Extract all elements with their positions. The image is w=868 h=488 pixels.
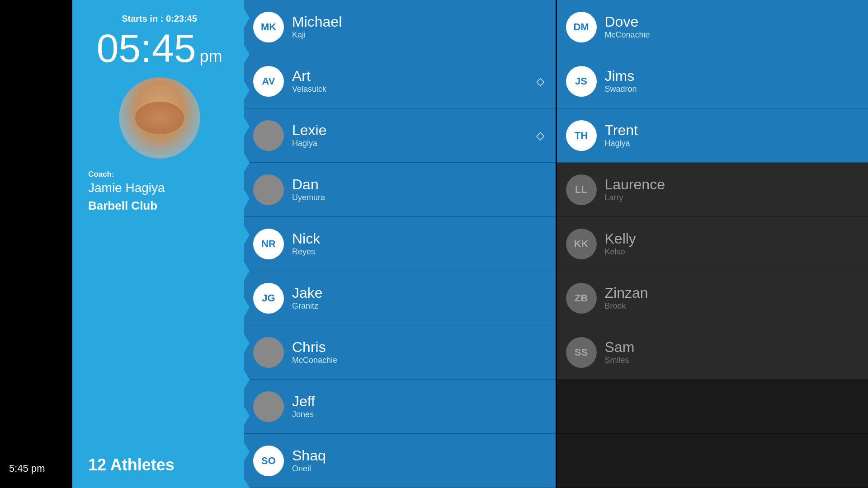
athlete-row[interactable]: Jeff Jones	[244, 380, 556, 434]
athlete-first-name: Dan	[292, 177, 325, 192]
athlete-info: Michael Kaji	[292, 14, 342, 39]
athlete-last-name: Kelso	[605, 247, 636, 257]
athlete-last-name: Smiles	[605, 356, 635, 365]
athlete-info: Nick Reyes	[292, 231, 320, 256]
athlete-first-name: Trent	[605, 122, 638, 138]
athlete-info: Zinzan Brook	[605, 285, 648, 310]
athlete-last-name: Hagiya	[605, 139, 638, 148]
starts-in-label: Starts in : 0:23:45	[88, 14, 231, 24]
athlete-info: Jake Granitz	[292, 285, 323, 310]
avatar: AV	[253, 66, 284, 97]
athlete-info: Dove McConachie	[605, 14, 650, 39]
coach-photo-image	[119, 77, 200, 159]
athlete-last-name: Velasuick	[292, 84, 326, 94]
athlete-first-name: Jeff	[292, 394, 315, 409]
athlete-row[interactable]: TH Trent Hagiya	[557, 108, 868, 163]
left-black-strip: 5:45 pm	[0, 0, 72, 488]
avatar: DM	[566, 12, 597, 42]
athlete-last-name: Uyemura	[292, 193, 325, 202]
athlete-row[interactable]: Dan Uyemura	[244, 163, 556, 217]
athlete-row-empty	[557, 434, 868, 488]
athlete-last-name: Jones	[292, 410, 315, 419]
bottom-time: 5:45 pm	[9, 463, 45, 474]
avatar: KK	[566, 229, 597, 259]
coach-photo	[119, 77, 200, 159]
athlete-last-name: Brook	[605, 301, 648, 311]
athlete-row[interactable]: SO Shaq Oneil	[244, 434, 556, 488]
diamond-icon: ◇	[536, 129, 544, 142]
athlete-info: Trent Hagiya	[605, 122, 638, 148]
avatar: NR	[253, 229, 284, 259]
athlete-row[interactable]: KK Kelly Kelso	[557, 217, 868, 271]
athletes-right-column: DM Dove McConachie JS Jims Swadron TH Tr…	[557, 0, 868, 488]
athlete-info: Art Velasuick	[292, 68, 326, 94]
avatar: JS	[566, 66, 597, 97]
athlete-row[interactable]: Lexie Hagiya ◇	[244, 108, 556, 163]
athlete-info: Lexie Hagiya	[292, 122, 327, 148]
athletes-left-column: MK Michael Kaji AV Art Velasuick ◇ Lexie…	[244, 0, 556, 488]
athlete-info: Laurence Larry	[605, 177, 665, 202]
athlete-last-name: McConachie	[292, 356, 337, 365]
avatar	[253, 337, 284, 368]
athlete-row[interactable]: LL Laurence Larry	[557, 163, 868, 217]
athlete-info: Jeff Jones	[292, 394, 315, 419]
athlete-last-name: Granitz	[292, 301, 323, 311]
athlete-last-name: Reyes	[292, 247, 320, 257]
coach-name: Jamie Hagiya	[88, 181, 231, 195]
athlete-row-empty	[557, 380, 868, 434]
avatar: SS	[566, 337, 597, 368]
avatar	[253, 174, 284, 205]
athlete-first-name: Zinzan	[605, 285, 648, 301]
main-content: MK Michael Kaji AV Art Velasuick ◇ Lexie…	[244, 0, 868, 488]
avatar: TH	[566, 120, 597, 151]
athlete-row[interactable]: DM Dove McConachie	[557, 0, 868, 54]
athlete-row[interactable]: NR Nick Reyes	[244, 217, 556, 271]
athlete-first-name: Laurence	[605, 177, 665, 192]
sidebar: Starts in : 0:23:45 05:45 pm Coach: Jami…	[72, 0, 244, 488]
athlete-info: Kelly Kelso	[605, 231, 636, 256]
current-time: 05:45 pm	[88, 28, 231, 68]
athlete-row[interactable]: ZB Zinzan Brook	[557, 271, 868, 325]
athlete-first-name: Chris	[292, 339, 337, 355]
athlete-first-name: Jims	[605, 68, 637, 84]
athlete-first-name: Art	[292, 68, 326, 84]
athlete-row[interactable]: AV Art Velasuick ◇	[244, 54, 556, 108]
athlete-first-name: Sam	[605, 339, 635, 355]
athlete-info: Jims Swadron	[605, 68, 637, 94]
time-digits: 05:45	[96, 28, 196, 68]
athlete-info: Sam Smiles	[605, 339, 635, 365]
athlete-first-name: Nick	[292, 231, 320, 247]
athlete-last-name: McConachie	[605, 30, 650, 40]
avatar: LL	[566, 174, 597, 205]
athlete-first-name: Jake	[292, 285, 323, 301]
time-ampm: pm	[200, 48, 222, 65]
athlete-row[interactable]: JS Jims Swadron	[557, 54, 868, 108]
athlete-row[interactable]: MK Michael Kaji	[244, 0, 556, 54]
athlete-info: Dan Uyemura	[292, 177, 325, 202]
athlete-first-name: Dove	[605, 14, 650, 30]
diamond-icon: ◇	[536, 75, 544, 88]
avatar	[253, 391, 284, 422]
avatar: SO	[253, 446, 284, 476]
avatar: ZB	[566, 283, 597, 314]
athlete-info: Shaq Oneil	[292, 448, 326, 473]
gym-name: Barbell Club	[88, 199, 231, 213]
avatar: JG	[253, 283, 284, 314]
coach-label: Coach:	[88, 170, 231, 179]
athlete-info: Chris McConachie	[292, 339, 337, 365]
athlete-last-name: Oneil	[292, 464, 326, 474]
athlete-last-name: Swadron	[605, 84, 637, 94]
athlete-first-name: Michael	[292, 14, 342, 30]
avatar: MK	[253, 12, 284, 42]
athlete-first-name: Lexie	[292, 122, 327, 138]
athlete-first-name: Shaq	[292, 448, 326, 464]
athlete-row[interactable]: Chris McConachie	[244, 325, 556, 380]
avatar	[253, 120, 284, 151]
athlete-last-name: Hagiya	[292, 139, 327, 148]
athlete-first-name: Kelly	[605, 231, 636, 247]
athlete-row[interactable]: SS Sam Smiles	[557, 325, 868, 380]
athlete-row[interactable]: JG Jake Granitz	[244, 271, 556, 325]
athlete-last-name: Larry	[605, 193, 665, 202]
athlete-last-name: Kaji	[292, 30, 342, 40]
athletes-count: 12 Athletes	[88, 455, 231, 474]
